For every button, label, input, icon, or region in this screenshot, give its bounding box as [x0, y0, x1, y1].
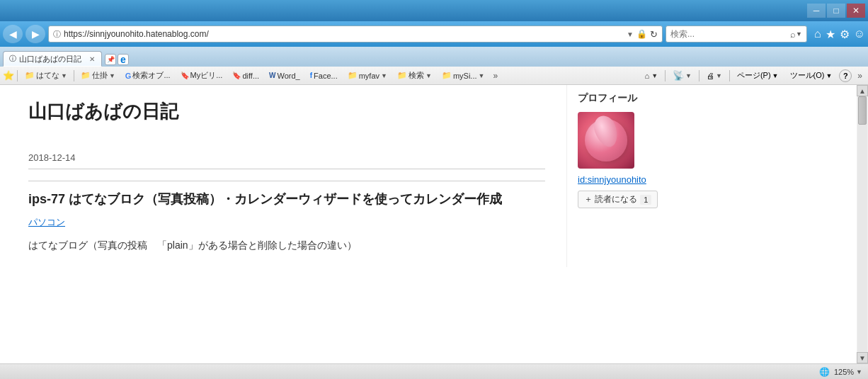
profile-link[interactable]: id:sinnjyounohito: [578, 174, 697, 185]
home-icon[interactable]: ⌂: [814, 28, 821, 40]
settings-icon[interactable]: ⚙: [840, 28, 850, 41]
bookmark-mysite-favicon: 📁: [442, 71, 452, 80]
tabs-bar: ⓘ 山口ばあばの日記 ✕ 📌 e: [0, 47, 868, 67]
page-scrollbar[interactable]: ▲ ▼: [857, 85, 868, 363]
sidebar-profile-title: プロフィール: [578, 92, 697, 105]
bookmark-myfav-chevron: ▼: [381, 72, 387, 79]
bookmark-word[interactable]: W Word_: [265, 70, 304, 81]
bookmark-myfav[interactable]: 📁 myfav ▼: [343, 69, 392, 81]
scrollbar-up-button[interactable]: ▲: [857, 85, 868, 96]
refresh-icon[interactable]: ↻: [650, 29, 658, 40]
toolbar-sep-3: [729, 70, 730, 81]
blog-title: 山口ばあばの日記: [28, 99, 538, 131]
follow-button[interactable]: ＋ 読者になる 1: [578, 191, 658, 208]
title-bar: ─ □ ✕: [0, 0, 868, 21]
secure-icon: ⓘ: [53, 29, 61, 40]
bookmark-search[interactable]: 📁 検索 ▼: [393, 69, 436, 82]
toolbar-help-btn[interactable]: ?: [839, 69, 852, 82]
main-area: 山口ばあばの日記 2018-12-14 ips-77 はてなブロク（写真投稿）・…: [0, 85, 868, 363]
bookmark-diff[interactable]: 🔖 diff...: [228, 70, 263, 81]
bookmark-diff-label: diff...: [242, 72, 259, 80]
scrollbar-track[interactable]: [857, 96, 867, 352]
toolbar-print-btn[interactable]: 🖨 ▼: [702, 70, 726, 81]
favorites-icon[interactable]: ★: [826, 28, 835, 41]
profile-image: [578, 112, 634, 169]
search-button[interactable]: ⌕: [790, 29, 796, 40]
bookmark-mysite-chevron: ▼: [479, 72, 485, 79]
toolbar-sep-1: [665, 70, 666, 81]
search-input[interactable]: [670, 29, 790, 39]
status-globe-icon: 🌐: [819, 367, 830, 377]
address-bar: ⓘ ▼ 🔒 ↻: [48, 26, 663, 43]
post-excerpt: はてなブログ（写真の投稿 「plain」がある場合と削除した場合の違い）: [28, 237, 538, 253]
pin-icon: 📌: [107, 56, 115, 63]
toolbar-page-btn[interactable]: ページ(P) ▼: [733, 69, 783, 82]
page-inner: 山口ばあばの日記 2018-12-14 ips-77 はてなブロク（写真投稿）・…: [0, 85, 857, 267]
bookmark-label: はてな: [36, 70, 59, 81]
bookmark-shikake-label: 仕掛: [92, 70, 108, 81]
address-dropdown-icon[interactable]: ▼: [627, 30, 634, 38]
bookmark-search-label: 検索: [409, 70, 424, 81]
address-icons: ▼ 🔒 ↻: [627, 29, 658, 40]
print-chevron: ▼: [716, 72, 722, 79]
status-zoom: 125% ▼: [834, 368, 862, 376]
back-button[interactable]: ◀: [3, 25, 23, 43]
post-date: 2018-12-14: [28, 152, 545, 169]
zoom-dropdown-button[interactable]: ▼: [856, 368, 862, 375]
nav-right-icons: ⌂ ★ ⚙ ☺: [814, 28, 865, 41]
bookmark-diff-favicon: 🔖: [232, 72, 241, 79]
tab-favicon: ⓘ: [9, 54, 16, 64]
follow-btn-label: ＋ 読者になる: [584, 193, 637, 205]
toolbar-more-button[interactable]: »: [855, 69, 865, 82]
smiley-icon[interactable]: ☺: [854, 28, 865, 40]
close-button[interactable]: ✕: [847, 4, 865, 18]
blog-content: 山口ばあばの日記 2018-12-14 ips-77 はてなブロク（写真投稿）・…: [0, 85, 566, 267]
forward-button[interactable]: ▶: [25, 25, 45, 43]
toolbar-rss-btn[interactable]: 📡 ▼: [668, 69, 696, 82]
minimize-button[interactable]: ─: [807, 4, 826, 18]
bookmark-mybili[interactable]: 🔖 Myビリ...: [176, 69, 227, 82]
post-category-link[interactable]: パソコン: [28, 216, 538, 229]
page-chevron: ▼: [772, 72, 779, 79]
page-scroll[interactable]: 山口ばあばの日記 2018-12-14 ips-77 はてなブロク（写真投稿）・…: [0, 85, 857, 363]
toolbar-tools-btn[interactable]: ツール(O) ▼: [786, 69, 837, 82]
bookmark-search-favicon: 📁: [397, 71, 407, 80]
bookmark-shikake[interactable]: 📁 仕掛 ▼: [76, 69, 120, 82]
facebook-icon: f: [310, 72, 312, 79]
toolbar-home-icon: ⌂: [644, 72, 649, 80]
maximize-button[interactable]: □: [827, 4, 845, 18]
bookmarks-bar: ⭐ 📁 はてな ▼ 📁 仕掛 ▼ G 検索オブ... 🔖 Myビリ... 🔖 d…: [0, 67, 868, 85]
bookmark-mysite[interactable]: 📁 mySi... ▼: [438, 69, 489, 81]
scrollbar-down-button[interactable]: ▼: [857, 352, 868, 363]
rss-chevron: ▼: [685, 72, 692, 79]
active-tab[interactable]: ⓘ 山口ばあばの日記 ✕: [3, 51, 102, 67]
bookmarks-star-icon: ⭐: [3, 70, 14, 81]
bookmark-hatena[interactable]: 📁 はてな ▼: [21, 69, 72, 82]
follow-count: 1: [640, 195, 651, 205]
toolbar-home-btn[interactable]: ⌂ ▼: [640, 70, 662, 81]
tab-new-pin-button[interactable]: 📌: [105, 54, 116, 65]
address-input[interactable]: [64, 29, 624, 39]
bookmarks-more-button[interactable]: »: [490, 69, 501, 82]
help-icon: ?: [843, 72, 848, 80]
toolbar-tools-label: ツール(O): [790, 70, 825, 81]
word-icon: W: [269, 72, 275, 79]
bookmark-facebook[interactable]: f Face...: [306, 70, 342, 81]
sidebar: プロフィール id:sinnjyounohito ＋ 読者になる 1: [566, 85, 708, 267]
print-icon: 🖨: [707, 72, 714, 80]
status-bar: 🌐 125% ▼: [0, 363, 868, 379]
bookmark-shikake-chevron: ▼: [109, 72, 115, 79]
bookmark-mybili-label: Myビリ...: [190, 70, 223, 81]
search-dropdown-icon[interactable]: ▼: [796, 30, 802, 38]
bm-sep-1: [74, 70, 74, 81]
bookmarks-separator-1: [17, 70, 18, 81]
bookmark-folder-icon: 📁: [25, 71, 35, 80]
new-tab-button[interactable]: e: [118, 54, 129, 65]
bookmark-google-label: 検索オブ...: [132, 70, 170, 81]
tab-close-button[interactable]: ✕: [88, 55, 96, 64]
search-bar: ⌕ ▼: [666, 26, 807, 43]
bookmark-mysite-label: mySi...: [453, 72, 477, 80]
tab-label: 山口ばあばの日記: [19, 54, 86, 64]
scrollbar-thumb[interactable]: [858, 96, 867, 125]
bookmark-google[interactable]: G 検索オブ...: [121, 69, 175, 82]
